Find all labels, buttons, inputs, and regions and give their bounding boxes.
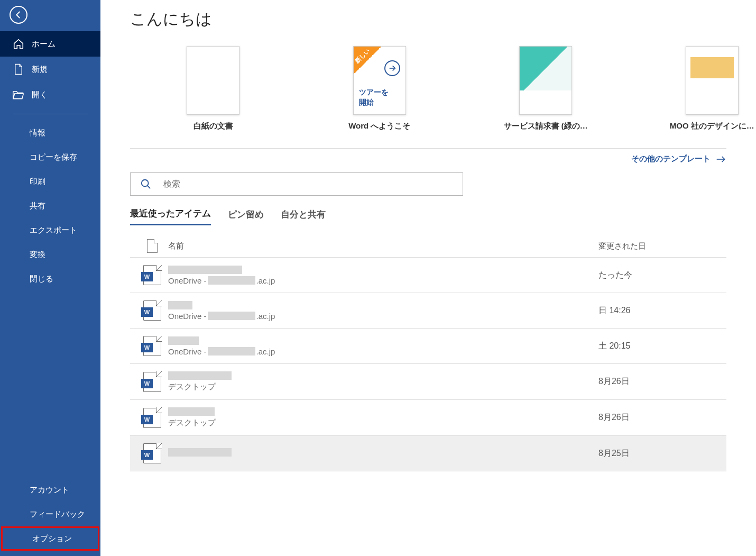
file-date: 8月26日 — [598, 376, 720, 387]
path-redacted — [208, 276, 255, 285]
arrow-right-circle-icon — [384, 60, 400, 76]
sidebar-item-info[interactable]: 情報 — [0, 121, 100, 145]
sidebar-item-open[interactable]: 開く — [0, 82, 100, 107]
template-label: MOO 社のデザインに… — [670, 121, 754, 131]
file-name-col: デスクトップ — [168, 371, 598, 392]
tab-recent[interactable]: 最近使ったアイテム — [130, 205, 211, 225]
sidebar-item-label: ホーム — [32, 39, 56, 49]
document-icon — [147, 239, 158, 253]
tour-text: ツアーを開始 — [359, 87, 389, 108]
word-doc-icon: W — [143, 336, 161, 356]
folder-open-icon — [13, 89, 24, 101]
table-header: 名前 変更された日 — [130, 235, 726, 257]
file-name-redacted — [168, 336, 199, 345]
file-name-col — [168, 448, 598, 459]
file-date: 日 14:26 — [598, 305, 720, 316]
word-doc-icon: W — [143, 265, 161, 285]
file-icon-col: W — [136, 372, 168, 392]
main-content: こんにちは 白紙の文書 新しい ツアーを開始 Word へようこそ サービス請求… — [100, 0, 756, 556]
sidebar-item-print[interactable]: 印刷 — [0, 169, 100, 194]
search-input[interactable] — [163, 179, 453, 189]
file-date: 土 20:15 — [598, 341, 720, 352]
file-name-col: OneDrive - .ac.jp — [168, 301, 598, 321]
sidebar-bottom: アカウント フィードバック オプション — [0, 476, 100, 556]
templates-row: 白紙の文書 新しい ツアーを開始 Word へようこそ サービス請求書 (緑の…… — [100, 46, 756, 131]
header-date[interactable]: 変更された日 — [598, 241, 720, 251]
search-icon — [140, 178, 152, 190]
template-invoice[interactable]: サービス請求書 (緑の… — [502, 46, 590, 131]
word-doc-icon: W — [143, 408, 161, 428]
sidebar-item-close[interactable]: 閉じる — [0, 267, 100, 291]
file-row[interactable]: WOneDrive - .ac.jp土 20:15 — [130, 329, 726, 364]
template-thumb-blank — [187, 46, 239, 115]
file-table: 名前 変更された日 WOneDrive - .ac.jpたった今WOneDriv… — [130, 235, 726, 471]
path-redacted — [208, 312, 255, 320]
file-name-redacted — [168, 266, 242, 274]
template-label: 白紙の文書 — [193, 121, 233, 131]
template-blank[interactable]: 白紙の文書 — [169, 46, 257, 131]
word-doc-icon: W — [143, 300, 161, 321]
tab-pinned[interactable]: ピン留め — [228, 206, 264, 225]
file-icon-col: W — [136, 300, 168, 321]
file-row[interactable]: W8月25日 — [130, 436, 726, 471]
greeting-heading: こんにちは — [100, 0, 756, 46]
sidebar-item-new[interactable]: 新規 — [0, 57, 100, 82]
new-badge: 新しい — [354, 47, 381, 74]
template-thumb-moo — [686, 46, 739, 115]
file-name-redacted — [168, 448, 232, 457]
file-name-col: デスクトップ — [168, 407, 598, 428]
template-thumb-invoice — [519, 46, 572, 115]
path-redacted — [208, 347, 255, 356]
file-icon-col: W — [136, 265, 168, 285]
templates-divider — [130, 148, 726, 149]
file-name-col: OneDrive - .ac.jp — [168, 266, 598, 285]
file-name-redacted — [168, 407, 215, 416]
file-name-col: OneDrive - .ac.jp — [168, 336, 598, 356]
word-doc-icon: W — [143, 372, 161, 392]
search-box[interactable] — [130, 172, 463, 196]
arrow-left-icon — [14, 10, 23, 20]
sidebar-item-label: 新規 — [32, 65, 48, 75]
file-date: たった今 — [598, 270, 720, 281]
file-row[interactable]: Wデスクトップ8月26日 — [130, 364, 726, 400]
tab-shared[interactable]: 自分と共有 — [281, 206, 326, 225]
sidebar-divider — [13, 114, 88, 114]
sidebar-item-account[interactable]: アカウント — [0, 478, 100, 502]
template-label: Word へようこそ — [348, 121, 410, 131]
file-path: デスクトップ — [168, 418, 598, 428]
file-path: デスクトップ — [168, 382, 598, 392]
more-templates-link[interactable]: その他のテンプレート — [100, 154, 756, 164]
sidebar-item-convert[interactable]: 変換 — [0, 242, 100, 267]
header-name[interactable]: 名前 — [168, 241, 598, 251]
file-name-redacted — [168, 301, 192, 309]
template-tour[interactable]: 新しい ツアーを開始 Word へようこそ — [336, 46, 424, 131]
sidebar-item-save-copy[interactable]: コピーを保存 — [0, 145, 100, 169]
file-path: OneDrive - .ac.jp — [168, 347, 598, 356]
template-label: サービス請求書 (緑の… — [504, 121, 588, 131]
file-path: OneDrive - .ac.jp — [168, 276, 598, 285]
sidebar-item-export[interactable]: エクスポート — [0, 218, 100, 242]
arrow-right-icon — [716, 156, 726, 163]
file-name-redacted — [168, 371, 232, 380]
back-button[interactable] — [10, 6, 27, 24]
file-row[interactable]: Wデスクトップ8月26日 — [130, 400, 726, 436]
file-icon-col: W — [136, 408, 168, 428]
sidebar-item-options[interactable]: オプション — [1, 526, 99, 551]
template-moo[interactable]: MOO 社のデザインに… — [668, 46, 757, 131]
home-icon — [13, 38, 24, 50]
file-path: OneDrive - .ac.jp — [168, 312, 598, 321]
file-date: 8月26日 — [598, 412, 720, 423]
new-doc-icon — [13, 63, 24, 75]
template-thumb-tour: 新しい ツアーを開始 — [353, 46, 406, 115]
sidebar-item-label: 開く — [32, 90, 48, 100]
sidebar-secondary: 情報 コピーを保存 印刷 共有 エクスポート 変換 閉じる — [0, 119, 100, 291]
sidebar-item-feedback[interactable]: フィードバック — [0, 502, 100, 526]
sidebar: ホーム 新規 開く 情報 コピーを保存 印刷 共有 エクスポート 変換 閉じる … — [0, 0, 100, 556]
sidebar-item-home[interactable]: ホーム — [0, 31, 100, 57]
file-row[interactable]: WOneDrive - .ac.jpたった今 — [130, 257, 726, 293]
file-icon-col: W — [136, 443, 168, 463]
header-icon-col — [136, 239, 168, 253]
file-row[interactable]: WOneDrive - .ac.jp日 14:26 — [130, 293, 726, 329]
sidebar-item-share[interactable]: 共有 — [0, 194, 100, 218]
svg-point-0 — [142, 180, 149, 187]
